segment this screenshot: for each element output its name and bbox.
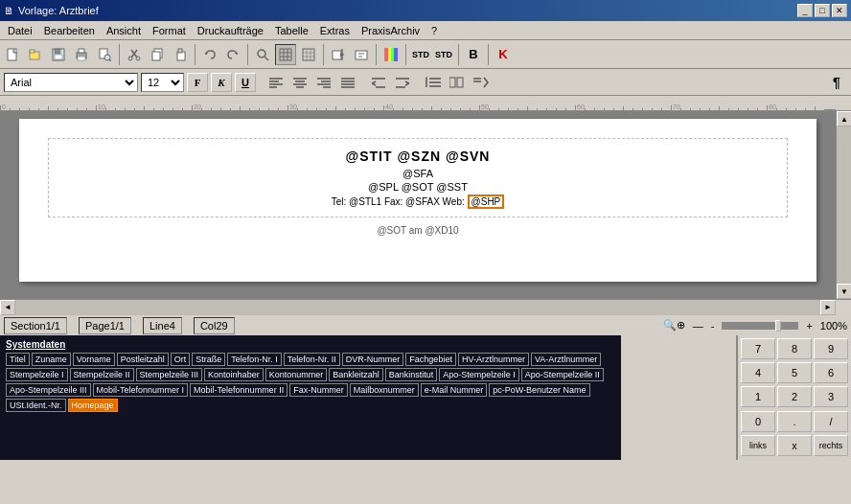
indent-right-button[interactable] — [392, 73, 413, 92]
vertical-scrollbar[interactable]: ▲ ▼ — [836, 111, 851, 299]
numpad-btn-1[interactable]: 1 — [741, 386, 775, 407]
color-button[interactable] — [380, 44, 402, 65]
numpad-btn-5[interactable]: 5 — [777, 362, 812, 383]
column2-button[interactable] — [471, 73, 492, 92]
new-button[interactable] — [2, 44, 23, 65]
k-button[interactable]: K — [493, 44, 514, 65]
align-center-button[interactable] — [289, 73, 310, 92]
indent-left-button[interactable] — [368, 73, 389, 92]
field-tag-hv-arztlnummer[interactable]: HV-Arztlnummer — [458, 353, 529, 366]
std1-button[interactable]: STD — [410, 44, 431, 65]
preview-button[interactable] — [94, 44, 115, 65]
menu-druckauftraege[interactable]: Druckaufträge — [192, 23, 269, 38]
column-button[interactable] — [447, 73, 468, 92]
print-button[interactable] — [71, 44, 92, 65]
numpad-btn--[interactable]: / — [814, 411, 848, 432]
field-tag-ort[interactable]: Ort — [171, 353, 191, 366]
numpad-btn-9[interactable]: 9 — [814, 338, 848, 359]
numpad-btn--[interactable]: . — [777, 411, 812, 432]
field-tag-apo-stempelzeile-i[interactable]: Apo-Stempelzeile I — [439, 368, 519, 381]
field-tag-apo-stempelzeile-ii[interactable]: Apo-Stempelzeile II — [521, 368, 604, 381]
numpad-btn-x[interactable]: x — [777, 435, 812, 456]
menu-tabelle[interactable]: Tabelle — [269, 23, 314, 38]
scroll-right-button[interactable]: ► — [820, 300, 836, 315]
field-tag-stempelzeile-i[interactable]: Stempelzeile I — [6, 368, 68, 381]
bold-button[interactable]: F — [187, 73, 208, 92]
field-tag-stempelzeile-ii[interactable]: Stempelzeile II — [70, 368, 134, 381]
numpad-btn-4[interactable]: 4 — [741, 362, 775, 383]
italic-button[interactable]: K — [211, 73, 232, 92]
field-tag-bankinstitut[interactable]: Bankinstitut — [385, 368, 438, 381]
field-tag-stempelzeile-iii[interactable]: Stempelzeile III — [136, 368, 203, 381]
field-tag-zuname[interactable]: Zuname — [32, 353, 71, 366]
size-selector[interactable]: 12 — [141, 73, 184, 92]
zoom-plus[interactable]: + — [806, 320, 812, 332]
field-tag-fachgebiet[interactable]: Fachgebiet — [405, 353, 456, 366]
field-tag-kontonummer[interactable]: Kontonummer — [265, 368, 328, 381]
table-button[interactable] — [275, 44, 296, 65]
paste-button[interactable] — [170, 44, 191, 65]
field-tag-telefon-nr--ii[interactable]: Telefon-Nr. II — [284, 353, 340, 366]
field-tag-apo-stempelzeile-iii[interactable]: Apo-Stempelzeile III — [6, 383, 91, 397]
insert-button[interactable] — [328, 44, 349, 65]
numpad-btn-7[interactable]: 7 — [741, 338, 775, 359]
save-button[interactable] — [48, 44, 69, 65]
menu-extras[interactable]: Extras — [314, 23, 356, 38]
std2-button[interactable]: STD — [433, 44, 454, 65]
field-tag-titel[interactable]: Titel — [6, 353, 30, 366]
undo-button[interactable] — [199, 44, 220, 65]
align-right-button[interactable] — [313, 73, 334, 92]
numpad-btn-2[interactable]: 2 — [777, 386, 812, 407]
zoom-slider[interactable] — [722, 322, 798, 330]
maximize-button[interactable]: □ — [815, 4, 830, 17]
numpad-btn-3[interactable]: 3 — [814, 386, 848, 407]
field-tag-mailboxnummer[interactable]: Mailboxnummer — [350, 383, 419, 397]
h-scroll-track[interactable] — [15, 300, 820, 315]
menu-datei[interactable]: Datei — [2, 23, 38, 38]
field-tag-ust-ident--nr-[interactable]: USt.Ident.-Nr. — [6, 399, 66, 412]
menu-bearbeiten[interactable]: Bearbeiten — [38, 23, 101, 38]
menu-ansicht[interactable]: Ansicht — [101, 23, 147, 38]
find-button[interactable] — [252, 44, 273, 65]
table2-button[interactable] — [298, 44, 319, 65]
menu-praxisarchiv[interactable]: PraxisArchiv — [356, 23, 426, 38]
scroll-left-button[interactable]: ◄ — [0, 300, 15, 315]
numpad-btn-8[interactable]: 8 — [777, 338, 812, 359]
scroll-up-button[interactable]: ▲ — [837, 111, 851, 126]
numpad-btn-0[interactable]: 0 — [741, 411, 775, 432]
field-tag-vorname[interactable]: Vorname — [73, 353, 115, 366]
cut-button[interactable] — [124, 44, 145, 65]
field-tag-va-arztlnummer[interactable]: VA-Arztlnummer — [531, 353, 601, 366]
align-justify-button[interactable] — [337, 73, 358, 92]
copy-button[interactable] — [147, 44, 168, 65]
scroll-down-button[interactable]: ▼ — [837, 284, 851, 299]
close-button[interactable]: ✕ — [832, 4, 847, 17]
zoom-minus[interactable]: - — [711, 320, 715, 332]
field-tag-pc-pow-benutzer-name[interactable]: pc-PoW-Benutzer Name — [489, 383, 589, 397]
align-left-button[interactable] — [265, 73, 287, 92]
paragraph-button[interactable]: ¶ — [826, 73, 847, 92]
field-tag-mobil-telefonnummer-ii[interactable]: Mobil-Telefonnummer II — [190, 383, 288, 397]
menu-help[interactable]: ? — [426, 23, 443, 38]
minimize-button[interactable]: _ — [797, 4, 813, 17]
redo-button[interactable] — [222, 44, 243, 65]
menu-format[interactable]: Format — [147, 23, 192, 38]
field-tag-kontoinhaber[interactable]: Kontoinhaber — [204, 368, 264, 381]
field-tag-postleitzahl[interactable]: Postleitzahl — [117, 353, 169, 366]
bold-toolbar-button[interactable]: B — [463, 44, 484, 65]
underline-button[interactable]: U — [235, 73, 256, 92]
field-tag-fax-nummer[interactable]: Fax-Nummer — [289, 383, 348, 397]
insert2-button[interactable] — [351, 44, 372, 65]
scroll-track[interactable] — [837, 126, 851, 284]
field-tag-mobil-telefonnummer-i[interactable]: Mobil-Telefonnummer I — [93, 383, 189, 397]
field-tag-stra-e[interactable]: Straße — [192, 353, 225, 366]
field-tag-homepage[interactable]: Homepage — [68, 399, 118, 412]
numpad-btn-6[interactable]: 6 — [814, 362, 848, 383]
line-spacing-button[interactable] — [423, 73, 444, 92]
open-button[interactable] — [25, 44, 46, 65]
field-tag-dvr-nummer[interactable]: DVR-Nummer — [342, 353, 404, 366]
numpad-btn-links[interactable]: links — [741, 435, 775, 456]
field-tag-bankleitzahl[interactable]: Bankleitzahl — [329, 368, 383, 381]
numpad-btn-rechts[interactable]: rechts — [814, 435, 848, 456]
zoom-thumb[interactable] — [775, 320, 781, 332]
